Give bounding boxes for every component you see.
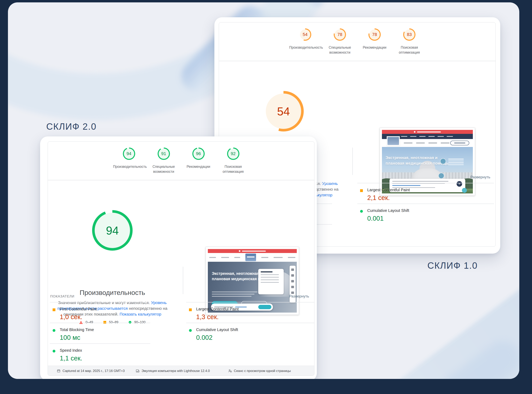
device-emulation-icon bbox=[136, 369, 139, 373]
background-panel: СКЛИФ 2.0 СКЛИФ 1.0 54 Производительност… bbox=[8, 2, 519, 379]
metric-first-contentful-paint: First Contentful Paint 1,0 сек. bbox=[50, 302, 150, 323]
pin-icon bbox=[291, 291, 294, 294]
vertical-divider bbox=[183, 267, 183, 294]
score-gauge-icon: 78 bbox=[368, 28, 381, 41]
gauge-label: Рекомендации bbox=[183, 164, 214, 169]
preview-subnav bbox=[382, 139, 473, 147]
decorative-swirl-bottom-right bbox=[328, 254, 519, 379]
calendar-icon bbox=[57, 369, 61, 373]
phone-icon bbox=[291, 274, 294, 277]
metric-value: 1,3 сек. bbox=[196, 313, 219, 321]
metric-name: Cumulative Layout Shift bbox=[367, 208, 409, 213]
gauge-performance[interactable]: 94 Производительность bbox=[112, 148, 146, 174]
preview-nav-item bbox=[438, 136, 444, 137]
metric-value: 2,1 сек. bbox=[367, 194, 390, 202]
metric-status-icon bbox=[189, 329, 192, 332]
single-page-session-icon bbox=[228, 369, 232, 373]
metric-name: Largest Contentful Paint bbox=[367, 188, 410, 192]
preview-logo bbox=[245, 254, 256, 261]
preview-topbar bbox=[208, 249, 297, 253]
preview-topbar-text bbox=[242, 251, 266, 252]
gauge-label: Специальные возможности bbox=[324, 45, 356, 55]
footer-emulation: Эмуляция компьютера with Lighthouse 12.4… bbox=[136, 366, 210, 376]
category-gauges-row: 94 Производительность 91 Специальные воз… bbox=[48, 148, 314, 174]
lighthouse-report-card-sklif-2-0: 94 Производительность 91 Специальные воз… bbox=[40, 136, 317, 379]
metric-speed-index: Speed Index 1,1 сек. bbox=[50, 343, 150, 364]
category-gauges-row: 54 Производительность 78 Специальные воз… bbox=[219, 28, 496, 55]
gauge-label: Производительность bbox=[113, 164, 145, 169]
performance-score-gauge: 94 bbox=[92, 210, 133, 251]
preview-nav-item bbox=[401, 136, 407, 137]
report-container: 94 Производительность 91 Специальные воз… bbox=[48, 141, 314, 376]
preview-nav-item bbox=[416, 143, 425, 143]
gauge-label: Поисковая оптимизация bbox=[394, 45, 425, 55]
metrics-header: ПОКАЗАТЕЛИ Развернуть bbox=[50, 294, 309, 298]
metric-status-icon bbox=[360, 189, 363, 192]
eye-icon bbox=[291, 280, 294, 282]
gauge-best-practices[interactable]: 96 Рекомендации bbox=[181, 148, 216, 174]
preview-links-panel bbox=[258, 269, 284, 294]
gauge-accessibility[interactable]: 78 Специальные возможности bbox=[322, 28, 357, 55]
expand-button[interactable]: Развернуть bbox=[470, 175, 490, 179]
preview-logo bbox=[387, 136, 400, 146]
score-gauge-icon: 96 bbox=[192, 148, 205, 160]
preview-nav-item bbox=[428, 136, 435, 137]
metric-value: 1,0 сек. bbox=[60, 313, 82, 321]
metric-name: First Contentful Paint bbox=[60, 307, 97, 311]
metric-status-icon bbox=[53, 308, 55, 311]
preview-info-lines bbox=[448, 159, 464, 165]
metric-value: 100 мс bbox=[60, 334, 80, 341]
preview-nav-item bbox=[428, 143, 437, 143]
score-gauge-icon: 54 bbox=[299, 28, 311, 41]
vertical-divider bbox=[352, 148, 353, 175]
metric-status-icon bbox=[360, 210, 363, 213]
metric-cumulative-layout-shift: Cumulative Layout Shift 0.001 bbox=[357, 203, 494, 224]
performance-summary: 94 Производительность Значения приблизит… bbox=[48, 180, 177, 297]
expand-button[interactable]: Развернуть bbox=[289, 294, 309, 298]
metric-status-icon bbox=[53, 329, 55, 332]
preview-topbar-text bbox=[417, 131, 441, 132]
footer-session: Сеанс с просмотром одной страницы bbox=[228, 366, 291, 376]
score-gauge-icon: 91 bbox=[158, 148, 170, 160]
metric-name: Speed Index bbox=[60, 348, 82, 353]
metric-value: 0.002 bbox=[196, 334, 213, 341]
footer-captured: Captured at 14 мар. 2025 г., 17:16 GMT+3 bbox=[57, 366, 125, 376]
metrics-caption: ПОКАЗАТЕЛИ bbox=[50, 295, 74, 298]
label-sklif-2-0: СКЛИФ 2.0 bbox=[46, 121, 97, 132]
metric-largest-contentful-paint: Largest Contentful Paint 1,3 сек. bbox=[186, 302, 314, 323]
gauge-performance[interactable]: 54 Производительность bbox=[288, 28, 322, 55]
gauge-accessibility[interactable]: 91 Специальные возможности bbox=[146, 148, 181, 174]
performance-score-gauge: 54 bbox=[263, 91, 304, 131]
preview-logo-dot bbox=[414, 131, 415, 133]
preview-cta-button bbox=[450, 141, 469, 145]
metric-value: 1,1 сек. bbox=[60, 354, 82, 362]
metric-status-icon bbox=[53, 350, 55, 353]
label-sklif-1-0: СКЛИФ 1.0 bbox=[427, 260, 478, 271]
metric-status-icon bbox=[189, 308, 192, 311]
preview-nav-item bbox=[404, 143, 413, 143]
score-gauge-icon: 92 bbox=[227, 148, 239, 160]
preview-nav-item bbox=[410, 136, 416, 137]
metric-name: Total Blocking Time bbox=[60, 327, 94, 332]
menu-icon bbox=[291, 269, 294, 271]
metric-total-blocking-time: Total Blocking Time 100 мс bbox=[50, 323, 150, 343]
metrics-column-left: First Contentful Paint 1,0 сек. Total Bl… bbox=[50, 302, 150, 364]
gauge-label: Производительность bbox=[289, 45, 321, 50]
preview-topbar bbox=[382, 130, 473, 134]
preview-nav-item bbox=[419, 136, 426, 137]
metric-name: Cumulative Layout Shift bbox=[196, 327, 238, 332]
gauge-seo[interactable]: 83 Поисковая оптимизация bbox=[392, 28, 427, 55]
preview-navbar bbox=[208, 253, 297, 262]
preview-nav-item bbox=[441, 143, 450, 143]
preview-logo-dot bbox=[239, 250, 240, 252]
preview-nav-item bbox=[447, 136, 453, 137]
gauge-label: Поисковая оптимизация bbox=[217, 164, 249, 174]
gauge-label: Специальные возможности bbox=[148, 164, 180, 174]
metrics-column-right: Largest Contentful Paint 1,3 сек. Cumula… bbox=[186, 302, 314, 343]
gauge-best-practices[interactable]: 78 Рекомендации bbox=[357, 28, 392, 55]
decorative-swirl-cap bbox=[433, 334, 519, 379]
gauge-seo[interactable]: 92 Поисковая оптимизация bbox=[216, 148, 251, 174]
gauge-label: Рекомендации bbox=[359, 45, 390, 50]
score-gauge-icon: 94 bbox=[123, 148, 135, 160]
report-footer: Captured at 14 мар. 2025 г., 17:16 GMT+3… bbox=[48, 366, 314, 376]
